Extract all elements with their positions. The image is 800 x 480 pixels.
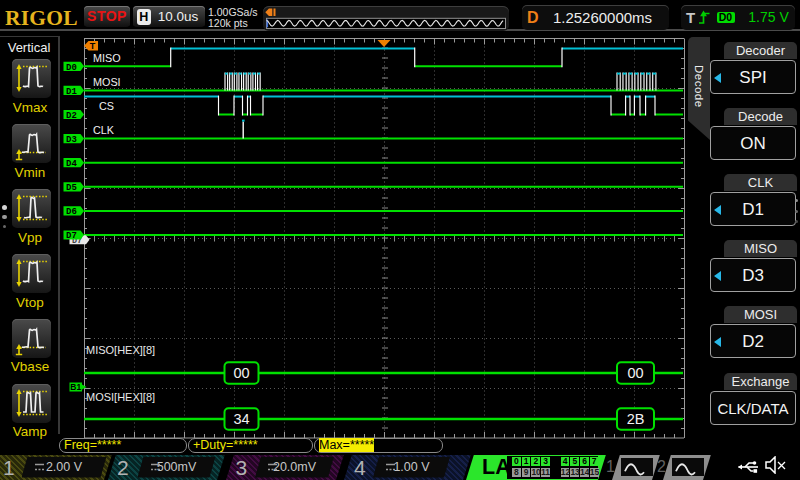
svg-text:D3: D3 — [66, 135, 77, 145]
svg-text:D5: D5 — [66, 183, 77, 193]
svg-text:00: 00 — [233, 365, 249, 381]
svg-text:2B: 2B — [627, 411, 645, 427]
svg-text:D4: D4 — [66, 159, 77, 169]
svg-text:D6: D6 — [66, 207, 77, 217]
svg-text:MISO[HEX][8]: MISO[HEX][8] — [86, 344, 155, 356]
svg-text:T: T — [90, 41, 96, 51]
svg-text:CS: CS — [99, 100, 114, 112]
svg-text:MOSI[HEX][8]: MOSI[HEX][8] — [86, 391, 155, 403]
svg-text:MISO: MISO — [93, 52, 121, 64]
svg-text:D1: D1 — [66, 87, 77, 97]
svg-text:00: 00 — [627, 365, 643, 381]
svg-text:D0: D0 — [66, 63, 77, 73]
svg-text:D7: D7 — [66, 231, 77, 241]
svg-text:CLK: CLK — [93, 124, 115, 136]
svg-text:34: 34 — [233, 411, 249, 427]
svg-text:D2: D2 — [66, 111, 77, 121]
svg-text:B1: B1 — [70, 382, 81, 392]
svg-text:MOSI: MOSI — [93, 76, 121, 88]
